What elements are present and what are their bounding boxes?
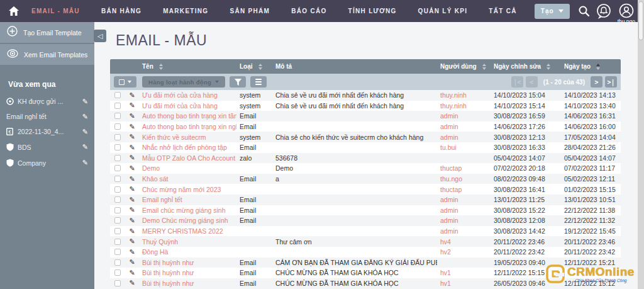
assigned-user-link[interactable]: admin xyxy=(440,217,458,224)
sort-icon[interactable] xyxy=(482,64,486,70)
pagination-last-button[interactable]: >| xyxy=(605,76,617,88)
assigned-user-link[interactable]: thuy.ninh xyxy=(440,102,467,110)
recently-viewed-item[interactable]: €2022-11-30_4...✎ xyxy=(0,124,94,139)
row-checkbox[interactable] xyxy=(114,176,121,182)
column-header[interactable]: Người dùng xyxy=(437,63,491,70)
template-name-link[interactable]: Demo xyxy=(142,164,160,172)
assigned-user-link[interactable]: admin xyxy=(440,227,458,235)
template-name-link[interactable]: Email nghỉ tết xyxy=(142,196,182,203)
edit-pencil-icon[interactable]: ✎ xyxy=(129,154,135,161)
assigned-user-link[interactable]: tu.bui xyxy=(440,144,457,151)
nav-item-san-pham[interactable]: SẢN PHẨM xyxy=(230,8,270,14)
row-checkbox[interactable] xyxy=(114,280,121,286)
list-view-icon[interactable] xyxy=(250,76,267,88)
edit-pencil-icon[interactable]: ✎ xyxy=(129,259,135,266)
recently-viewed-item[interactable]: KH được gửi ...✎ xyxy=(0,94,94,109)
assigned-user-link[interactable]: hv4 xyxy=(440,238,451,246)
template-name-link[interactable]: Bùi thị huỳnh như xyxy=(142,280,194,287)
assigned-user-link[interactable]: admin xyxy=(440,207,458,214)
assigned-user-link[interactable]: hv1 xyxy=(440,280,451,287)
template-name-link[interactable]: Kiến thức về suitecrm xyxy=(142,133,206,141)
edit-pencil-icon[interactable]: ✎ xyxy=(129,102,135,109)
edit-pencil-icon[interactable]: ✎ xyxy=(129,228,135,235)
edit-pencil-icon[interactable]: ✎ xyxy=(129,280,135,286)
template-name-link[interactable]: Auto thong bao tinh trạng xin nghỉ phep xyxy=(142,123,236,130)
assigned-user-link[interactable]: hv1 xyxy=(440,269,451,276)
pagination-next-button[interactable]: > xyxy=(591,76,602,88)
bulk-actions-button[interactable]: Hàng loạt hành động xyxy=(142,76,225,88)
row-checkbox[interactable] xyxy=(114,207,121,213)
template-name-link[interactable]: Khảo sát xyxy=(142,175,168,183)
assigned-user-link[interactable]: admin xyxy=(440,123,458,130)
pagination-prev-button[interactable]: < xyxy=(526,76,538,88)
template-name-link[interactable]: Auto thong bao tinh trạng xin tăng ca xyxy=(142,112,236,120)
recently-viewed-item[interactable]: Email nghỉ tết✎ xyxy=(0,109,94,124)
template-name-link[interactable]: Chúc mừng năm mới 2023 xyxy=(142,186,221,193)
edit-pencil-icon[interactable]: ✎ xyxy=(129,165,135,172)
assigned-user-link[interactable]: admin xyxy=(440,133,458,141)
edit-pencil-icon[interactable]: ✎ xyxy=(82,159,88,166)
assigned-user-link[interactable]: thuctap xyxy=(440,164,462,172)
select-all-dropdown-button[interactable] xyxy=(114,76,136,88)
row-checkbox[interactable] xyxy=(114,196,121,203)
sidebar-action-xem-email-templates[interactable]: Xem Email Templates xyxy=(0,44,94,65)
search-icon[interactable] xyxy=(578,5,590,17)
assigned-user-link[interactable]: thuy.ninh xyxy=(440,91,467,99)
notifications-bell-icon[interactable] xyxy=(596,3,612,20)
edit-pencil-icon[interactable]: ✎ xyxy=(82,113,88,120)
template-name-link[interactable]: Demo Chúc mừng giáng sinh xyxy=(142,217,228,224)
nav-item-marketing[interactable]: MARKETING xyxy=(163,8,208,14)
template-name-link[interactable]: Đông Hà xyxy=(142,248,168,256)
edit-pencil-icon[interactable]: ✎ xyxy=(129,113,135,120)
edit-pencil-icon[interactable]: ✎ xyxy=(129,249,135,256)
sidebar-action-tao-email-template[interactable]: Tạo Email Template xyxy=(0,22,94,43)
template-name-link[interactable]: Ưu đãi mới của cửa hàng xyxy=(142,102,218,110)
column-header[interactable]: Tên xyxy=(139,63,236,70)
column-header[interactable]: Loại xyxy=(236,63,272,70)
template-name-link[interactable]: Bùi thị huỳnh như xyxy=(142,269,194,276)
sort-icon[interactable] xyxy=(258,64,262,70)
edit-pencil-icon[interactable]: ✎ xyxy=(129,269,135,276)
row-checkbox[interactable] xyxy=(114,123,121,130)
edit-pencil-icon[interactable]: ✎ xyxy=(129,92,135,99)
edit-pencil-icon[interactable]: ✎ xyxy=(129,176,135,183)
template-name-link[interactable]: Ưu đãi mới của cửa hàng xyxy=(142,91,218,99)
nav-item-email-mau[interactable]: EMAIL - MẪU xyxy=(31,8,80,14)
row-checkbox[interactable] xyxy=(114,239,121,245)
row-checkbox[interactable] xyxy=(114,259,121,266)
row-checkbox[interactable] xyxy=(114,228,121,234)
assigned-user-link[interactable]: thu.ngo xyxy=(440,175,462,183)
assigned-user-link[interactable]: admin xyxy=(440,196,458,203)
row-checkbox[interactable] xyxy=(114,103,121,109)
recently-viewed-item[interactable]: Company✎ xyxy=(0,155,94,171)
create-button[interactable]: Tạo xyxy=(535,4,570,19)
edit-pencil-icon[interactable]: ✎ xyxy=(129,217,135,224)
sidebar-collapse-button[interactable]: ◁ xyxy=(94,30,106,42)
template-name-link[interactable]: MERRY CHRISTMAS 2022 xyxy=(142,227,223,235)
sort-icon[interactable] xyxy=(547,64,550,70)
column-header[interactable]: Ngày tạo xyxy=(561,63,621,70)
template-name-link[interactable]: Nhắc nhở lịch đến phòng tập xyxy=(142,144,227,151)
row-checkbox[interactable] xyxy=(114,155,121,161)
edit-pencil-icon[interactable]: ✎ xyxy=(129,123,135,130)
template-name-link[interactable]: Thuỷ Quỳnh xyxy=(142,238,178,246)
edit-pencil-icon[interactable]: ✎ xyxy=(82,98,88,105)
template-name-link[interactable]: Mẫu OTP Zalo OA Cho Account xyxy=(142,154,235,162)
row-checkbox[interactable] xyxy=(114,134,121,140)
edit-pencil-icon[interactable]: ✎ xyxy=(129,133,135,140)
row-checkbox[interactable] xyxy=(114,165,121,171)
filter-icon[interactable] xyxy=(230,76,246,88)
edit-pencil-icon[interactable]: ✎ xyxy=(129,196,135,203)
row-checkbox[interactable] xyxy=(114,92,121,98)
edit-pencil-icon[interactable]: ✎ xyxy=(82,144,88,150)
nav-item-tinh-luong[interactable]: TÍNH LƯƠNG xyxy=(348,8,397,14)
row-checkbox[interactable] xyxy=(114,113,121,119)
assigned-user-link[interactable]: thuctap xyxy=(440,186,462,193)
home-icon[interactable] xyxy=(0,6,28,16)
row-checkbox[interactable] xyxy=(114,217,121,224)
edit-pencil-icon[interactable]: ✎ xyxy=(129,207,135,213)
row-checkbox[interactable] xyxy=(114,249,121,255)
sort-icon[interactable] xyxy=(596,64,600,70)
nav-item-bao-cao[interactable]: BÁO CÁO xyxy=(291,8,326,14)
nav-item-ban-hang[interactable]: BÁN HÀNG xyxy=(101,8,142,14)
